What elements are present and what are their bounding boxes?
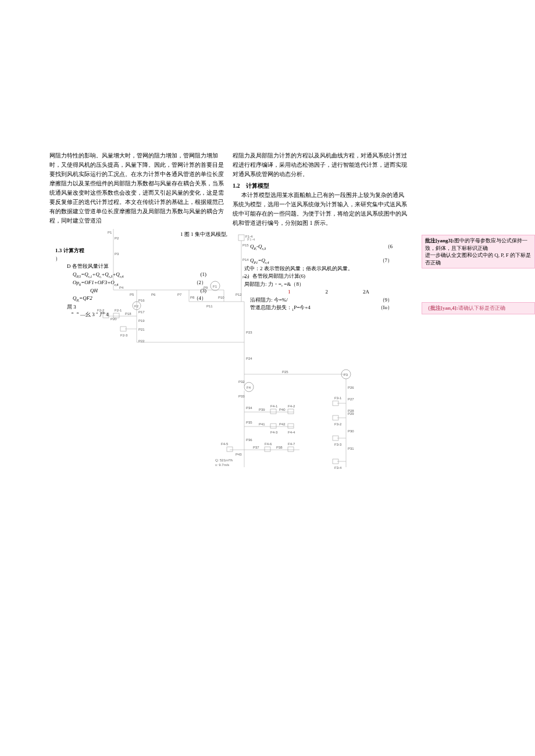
svg-text:F3: F3 [344, 373, 348, 377]
svg-text:P6: P6 [151, 293, 156, 296]
svg-text:P23: P23 [246, 331, 252, 334]
svg-text:P4: P4 [119, 286, 124, 289]
svg-text:P13: P13 [242, 275, 249, 279]
comment-yang3[interactable]: 批注[yang3]:图中的字母参数应与公式保持一致，斜体，且下标标识正确 进一步… [422, 235, 535, 268]
svg-text:P32: P32 [238, 380, 245, 384]
section-1-2-title: 1.2 计算模型 [233, 181, 407, 191]
svg-text:P12: P12 [236, 293, 242, 296]
right-column: 程阻力及局部阻力计算的方程以及风机曲线方程，对通风系统计算过程进行程序编译，采用… [233, 151, 407, 228]
svg-text:P38: P38 [276, 446, 283, 449]
svg-text:P1: P1 [108, 231, 112, 234]
svg-text:P7: P7 [177, 293, 182, 296]
svg-text:P40: P40 [279, 408, 286, 411]
svg-text:P31: P31 [348, 447, 354, 450]
svg-text:P8: P8 [190, 296, 195, 299]
svg-rect-100 [265, 447, 270, 452]
svg-text:F4-3: F4-3 [270, 431, 278, 434]
svg-text:F4-6: F4-6 [265, 442, 272, 446]
svg-text:P2: P2 [115, 237, 119, 240]
svg-text:P15: P15 [242, 243, 249, 247]
svg-text:F2-2: F2-2 [97, 309, 105, 312]
svg-text:P18: P18 [125, 312, 131, 316]
svg-text:P17: P17 [138, 310, 145, 314]
left-column: 网阻力特性的影响。风量增大时，管网的阻力增加，管网阻力增加时，又使得风机的压头提… [49, 151, 224, 225]
svg-text:P20: P20 [110, 317, 117, 321]
svg-rect-39 [238, 235, 244, 241]
svg-text:P30: P30 [348, 429, 354, 433]
comment-yang3-tag: 批注[yang3]: [425, 238, 454, 243]
svg-text:F2: F2 [134, 304, 139, 308]
svg-text:P5: P5 [130, 293, 134, 296]
svg-text:P36: P36 [246, 438, 252, 442]
svg-text:P37: P37 [253, 446, 259, 449]
svg-text:P43: P43 [236, 453, 242, 456]
comment-yan4-tag: （批注[yan,4]: [425, 305, 458, 311]
svg-rect-91 [288, 424, 294, 428]
svg-text:F4-2: F4-2 [288, 404, 295, 408]
svg-text:F4-5: F4-5 [221, 442, 229, 446]
comment-yang3-body2: 进一步确认全文图和公式中的 Q, P, F 的下标是否正确 [425, 252, 532, 266]
svg-text:F2-3: F2-3 [120, 334, 128, 337]
comment-yan4[interactable]: （批注[yan,4]:请确认下标是否正确 [422, 302, 535, 314]
svg-rect-80 [270, 409, 276, 414]
svg-text:P29: P29 [348, 412, 354, 415]
svg-text:P27: P27 [348, 397, 354, 401]
svg-text:P24: P24 [246, 357, 252, 360]
section-1-2-body: 本计算模型选用某水面船舶上已有的一段围井上较为复杂的通风系统为模型，选用一个送风… [233, 191, 407, 228]
svg-rect-103 [288, 447, 294, 452]
comment-yan4-body: 请确认下标是否正确 [458, 305, 505, 311]
svg-text:F3-2: F3-2 [334, 422, 342, 426]
svg-text:P39: P39 [259, 408, 265, 411]
svg-text:F2-1: F2-1 [115, 309, 122, 312]
svg-text:F1: F1 [213, 285, 217, 288]
svg-text:F3-3: F3-3 [334, 443, 342, 446]
svg-rect-95 [227, 447, 233, 452]
svg-text:P34: P34 [246, 406, 252, 410]
svg-text:P10: P10 [218, 296, 224, 299]
svg-text:P16: P16 [138, 299, 145, 302]
svg-text:P11: P11 [206, 304, 213, 308]
right-paragraph-1: 程阻力及局部阻力计算的方程以及风机曲线方程，对通风系统计算过程进行程序编译，采用… [233, 151, 407, 179]
svg-text:P41: P41 [259, 422, 265, 426]
svg-text:F3-4: F3-4 [334, 466, 342, 470]
svg-text:F4-7: F4-7 [288, 442, 295, 446]
svg-rect-83 [288, 409, 294, 414]
svg-text:P9: P9 [204, 286, 208, 289]
svg-text:F4: F4 [247, 386, 251, 389]
svg-rect-17 [103, 313, 109, 318]
svg-text:F1-4: F1-4 [245, 235, 253, 238]
svg-text:P21: P21 [138, 328, 145, 331]
diagram-annot-q: Q: 521m³/h [215, 458, 233, 462]
svg-text:F4-4: F4-4 [288, 431, 295, 434]
diagram-annot-v: v: 9.7m/s [215, 463, 229, 467]
svg-rect-88 [270, 424, 276, 428]
eq4-lhs: QP,=QF2 [73, 295, 92, 303]
svg-text:P25: P25 [282, 370, 288, 374]
svg-text:P3: P3 [115, 252, 119, 256]
svg-text:P19: P19 [138, 319, 145, 323]
svg-text:F4-1: F4-1 [270, 404, 278, 408]
svg-text:P14: P14 [242, 258, 249, 261]
left-paragraph: 网阻力特性的影响。风量增大时，管网的阻力增加，管网阻力增加时，又使得风机的压头提… [49, 151, 224, 225]
svg-text:P42: P42 [279, 422, 286, 426]
svg-text:P26: P26 [348, 386, 354, 389]
piping-diagram: P1 P2 P3 P4P5 P16 F2 P17 P18 F2-1 F2-2 P… [96, 229, 387, 519]
svg-text:P33: P33 [238, 395, 245, 398]
svg-text:P35: P35 [246, 421, 252, 424]
svg-text:F3-1: F3-1 [334, 396, 342, 400]
